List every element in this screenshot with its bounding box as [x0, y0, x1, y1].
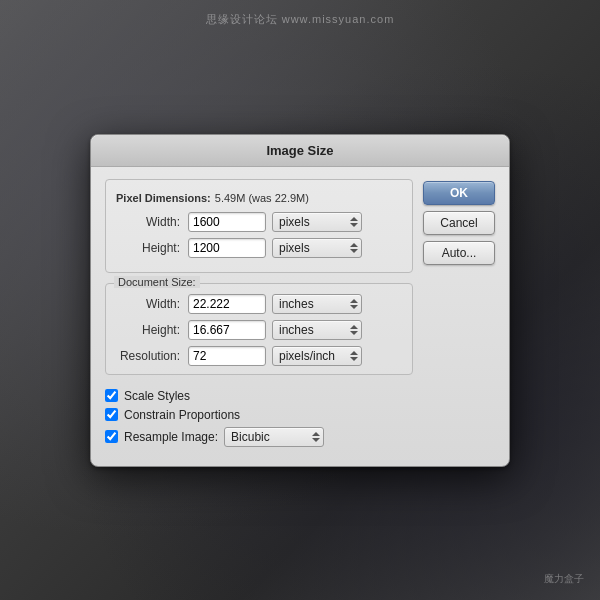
checkboxes-section: Scale Styles Constrain Proportions Resam…	[105, 385, 413, 447]
resample-image-row: Resample Image: None Nearest Neighbor Bi…	[105, 427, 413, 447]
doc-height-label: Height:	[116, 323, 188, 337]
pixel-height-row: Height: pixels percent	[116, 238, 402, 258]
pixel-dimensions-value: 5.49M (was 22.9M)	[215, 192, 309, 204]
doc-width-unit-select[interactable]: inches cm mm points picas columns percen…	[272, 294, 362, 314]
doc-rows-with-bracket: Width: inches cm mm points picas columns…	[116, 294, 402, 340]
dialog-buttons-panel: OK Cancel Auto...	[423, 179, 495, 452]
dialog-body: Pixel Dimensions: 5.49M (was 22.9M) Widt…	[91, 167, 509, 466]
watermark-bottom: 魔力盒子	[544, 572, 584, 586]
doc-width-label: Width:	[116, 297, 188, 311]
doc-height-unit-wrap: inches cm mm points picas columns percen…	[272, 320, 362, 340]
pixel-height-label: Height:	[116, 241, 188, 255]
dialog-titlebar: Image Size	[91, 135, 509, 167]
resample-image-label: Resample Image:	[124, 430, 218, 444]
resample-image-checkbox[interactable]	[105, 430, 118, 443]
pixel-rows-with-bracket: Width: pixels percent	[116, 212, 402, 258]
doc-height-row: Height: inches cm mm points picas column…	[116, 320, 402, 340]
document-size-section: Document Size: Width: inches cm mm point…	[105, 283, 413, 375]
pixel-width-label: Width:	[116, 215, 188, 229]
cancel-button[interactable]: Cancel	[423, 211, 495, 235]
doc-width-row: Width: inches cm mm points picas columns…	[116, 294, 402, 314]
resolution-label: Resolution:	[116, 349, 188, 363]
pixel-width-input[interactable]	[188, 212, 266, 232]
pixel-width-unit-select[interactable]: pixels percent	[272, 212, 362, 232]
pixel-height-unit-wrap: pixels percent	[272, 238, 362, 258]
constrain-proportions-row: Constrain Proportions	[105, 408, 413, 422]
resolution-unit-select[interactable]: pixels/inch pixels/cm	[272, 346, 362, 366]
dialog-left-panel: Pixel Dimensions: 5.49M (was 22.9M) Widt…	[105, 179, 413, 452]
resolution-input[interactable]	[188, 346, 266, 366]
ok-button[interactable]: OK	[423, 181, 495, 205]
auto-button[interactable]: Auto...	[423, 241, 495, 265]
pixel-dimensions-section: Pixel Dimensions: 5.49M (was 22.9M) Widt…	[105, 179, 413, 273]
resolution-unit-wrap: pixels/inch pixels/cm	[272, 346, 362, 366]
resolution-row: Resolution: pixels/inch pixels/cm	[116, 346, 402, 366]
pixel-width-unit-wrap: pixels percent	[272, 212, 362, 232]
document-size-label: Document Size:	[114, 276, 200, 288]
pixel-dimensions-label: Pixel Dimensions:	[116, 192, 211, 204]
pixel-dimensions-header: Pixel Dimensions: 5.49M (was 22.9M)	[116, 190, 402, 204]
scale-styles-row: Scale Styles	[105, 389, 413, 403]
doc-height-input[interactable]	[188, 320, 266, 340]
dialog-title: Image Size	[266, 143, 333, 158]
resample-method-wrap: None Nearest Neighbor Bilinear Bicubic B…	[224, 427, 324, 447]
pixel-height-unit-select[interactable]: pixels percent	[272, 238, 362, 258]
doc-width-input[interactable]	[188, 294, 266, 314]
watermark-top: 思缘设计论坛 www.missyuan.com	[206, 12, 395, 27]
scale-styles-label: Scale Styles	[124, 389, 190, 403]
pixel-height-input[interactable]	[188, 238, 266, 258]
scale-styles-checkbox[interactable]	[105, 389, 118, 402]
image-size-dialog: Image Size Pixel Dimensions: 5.49M (was …	[90, 134, 510, 467]
doc-height-unit-select[interactable]: inches cm mm points picas columns percen…	[272, 320, 362, 340]
constrain-proportions-label: Constrain Proportions	[124, 408, 240, 422]
resample-method-select[interactable]: None Nearest Neighbor Bilinear Bicubic B…	[224, 427, 324, 447]
constrain-proportions-checkbox[interactable]	[105, 408, 118, 421]
pixel-width-row: Width: pixels percent	[116, 212, 402, 232]
doc-width-unit-wrap: inches cm mm points picas columns percen…	[272, 294, 362, 314]
